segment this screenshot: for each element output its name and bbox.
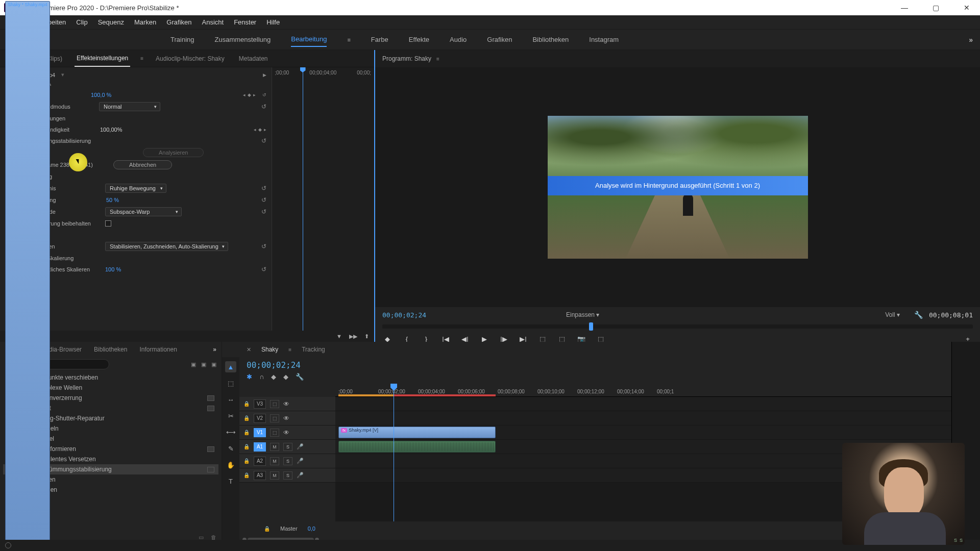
sequence-clip-label[interactable]: Shaky * Shaky.mp4 [5,67,50,331]
settings-icon[interactable]: ◆ [283,373,288,381]
menu-clip[interactable]: Clip [71,16,92,28]
track-target[interactable]: V2 [254,414,266,423]
track-select-tool-icon[interactable]: ⬚ [225,378,236,389]
solo-button[interactable]: S [283,443,292,451]
sync-lock-icon[interactable]: ⬚ [270,400,279,408]
reset-icon[interactable]: ↺ [261,243,266,250]
video-track-lane[interactable] [335,397,951,411]
track-header[interactable]: 🔒 A2 MS🎤 [239,454,335,468]
track-target[interactable]: A1 [254,442,266,452]
tab-audio-mixer[interactable]: Audioclip-Mischer: Shaky [154,51,227,66]
mute-button[interactable]: M [270,471,279,480]
reset-icon[interactable]: ↺ [261,196,266,204]
selection-tool-icon[interactable]: ▲ [225,361,236,372]
eye-icon[interactable]: 👁 [283,415,289,422]
minimize-button[interactable]: — [895,2,914,14]
reset-icon[interactable]: ↺ [261,185,266,192]
workspace-menu-icon[interactable]: ≡ [347,37,350,43]
menu-grafiken[interactable]: Grafiken [161,16,197,28]
video-clip[interactable]: fxShaky.mp4 [V] [338,427,496,438]
menu-ansicht[interactable]: Ansicht [197,16,229,28]
workspace-training[interactable]: Training [170,33,194,46]
snap-icon[interactable]: ✱ [247,373,252,381]
overflow-icon[interactable]: » [213,346,216,353]
filter-icon[interactable]: ▼ [336,333,342,340]
settings-icon[interactable]: 🔧 [914,311,923,319]
menu-fenster[interactable]: Fenster [229,16,261,28]
reset-icon[interactable]: ↺ [262,92,266,97]
solo-button[interactable]: S [283,457,292,465]
workspace-zusammenstellung[interactable]: Zusammenstellung [214,33,271,46]
cancel-button[interactable]: Abbrechen [113,160,172,169]
program-scrubber[interactable] [382,324,973,329]
wrench-icon[interactable]: 🔧 [296,373,304,381]
sync-lock-icon[interactable]: ⬚ [270,414,279,422]
reset-icon[interactable]: ↺ [261,208,266,215]
track-target[interactable]: V1 [254,428,266,437]
result-dropdown[interactable]: Ruhige Bewegung [105,184,166,193]
addscale-value[interactable]: 100 % [105,266,121,272]
timeline-timecode[interactable]: 00;00;02;24 [247,360,944,370]
prev-key-icon[interactable]: ◂ [243,92,246,97]
method-dropdown[interactable]: Subspace-Warp [105,207,182,216]
tab-tracking[interactable]: Tracking [302,346,325,353]
reset-icon[interactable]: ↺ [261,103,266,110]
zoom-fit-dropdown[interactable]: Einpassen ▾ [564,310,607,319]
resolution-dropdown[interactable]: Voll ▾ [883,310,908,319]
program-timecode-current[interactable]: 00;00;02;24 [382,311,426,319]
menu-hilfe[interactable]: Hilfe [261,16,285,28]
panel-menu-icon[interactable]: ≡ [436,56,439,62]
lock-icon[interactable]: 🔒 [243,415,250,421]
eye-icon[interactable]: 👁 [283,429,289,436]
slip-tool-icon[interactable]: ⟷ [225,427,236,438]
hand-tool-icon[interactable]: ✋ [225,459,236,470]
ripple-tool-icon[interactable]: ↔ [225,394,236,405]
tab-libraries[interactable]: Bibliotheken [94,346,127,353]
workspace-farbe[interactable]: Farbe [371,33,388,46]
video-track-lane[interactable] [335,411,951,425]
workspace-instagram[interactable]: Instagram [589,33,619,46]
solo-button[interactable]: S [283,471,292,480]
lock-icon[interactable]: 🔒 [243,458,250,464]
speed-value[interactable]: 100,00% [100,127,122,133]
pen-tool-icon[interactable]: ✎ [225,443,236,454]
workspace-effekte[interactable]: Effekte [409,33,429,46]
close-sequence-icon[interactable]: ✕ [247,346,251,353]
video-track-lane[interactable]: fxShaky.mp4 [V] [335,425,951,440]
razor-tool-icon[interactable]: ✂ [225,410,236,421]
opacity-value[interactable]: 100,0 % [91,92,111,98]
tab-info[interactable]: Informationen [139,346,177,353]
export-icon[interactable]: ⬆ [364,333,369,340]
add-key-icon[interactable]: ◆ [258,127,262,132]
play-icon[interactable]: ▶▶ [349,333,357,340]
track-header[interactable]: 🔒 V2 ⬚👁 [239,411,335,425]
track-header[interactable]: 🔒 A1 MS🎤 [239,440,335,454]
lock-icon[interactable]: 🔒 [243,401,250,407]
track-target[interactable]: A3 [254,471,266,480]
preset-icon[interactable]: ▣ [201,361,206,368]
track-header[interactable]: 🔒 A3 MS🎤 [239,468,335,483]
next-key-icon[interactable]: ▸ [253,92,256,97]
track-header[interactable]: 🔒 V1 ⬚👁 [239,425,335,440]
audio-clip[interactable] [338,441,496,453]
eye-icon[interactable]: 👁 [283,400,289,408]
workspace-bearbeitung[interactable]: Bearbeitung [291,32,327,47]
play-only-icon[interactable]: ▶ [263,72,266,78]
track-target[interactable]: A2 [254,457,266,466]
framing-dropdown[interactable]: Stabilisieren, Zuschneiden, Auto-Skalier… [105,242,228,251]
lock-icon[interactable]: 🔒 [243,472,250,478]
lock-icon[interactable]: 🔒 [243,444,250,449]
sequence-name[interactable]: Shaky [261,346,278,353]
workspace-bibliotheken[interactable]: Bibliotheken [532,33,569,46]
timeline-playhead[interactable] [394,384,394,521]
blend-mode-dropdown[interactable]: Normal [99,102,160,111]
workspace-overflow-icon[interactable]: » [969,36,973,44]
type-tool-icon[interactable]: T [225,475,236,487]
workspace-grafiken[interactable]: Grafiken [487,33,512,46]
lock-icon[interactable]: 🔒 [243,430,250,435]
tab-effect-controls[interactable]: Effekteinstellungen [75,51,130,67]
linked-selection-icon[interactable]: ∩ [259,373,264,381]
panel-menu-icon[interactable]: ≡ [288,347,291,353]
reset-icon[interactable]: ↺ [261,266,266,273]
next-key-icon[interactable]: ▸ [264,127,266,132]
